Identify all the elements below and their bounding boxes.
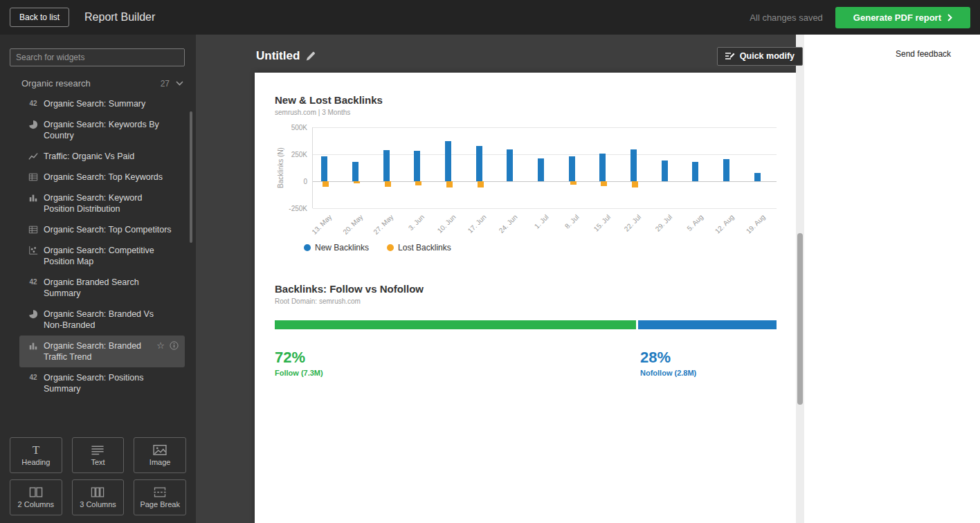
new-backlinks-bar bbox=[692, 162, 698, 181]
x-tick-label: 5. Aug bbox=[685, 213, 705, 232]
report-title: Untitled bbox=[256, 49, 300, 63]
widget-search bbox=[0, 35, 196, 73]
back-to-list-button[interactable]: Back to list bbox=[10, 8, 69, 27]
bar-chart: Backlinks (N) 500K250K0-250K 13. May20. … bbox=[275, 127, 777, 241]
table-icon bbox=[28, 225, 39, 235]
new-backlinks-bar bbox=[445, 141, 451, 181]
sidebar-item-label: Traffic: Organic Vs Paid bbox=[44, 151, 134, 162]
widget-button-2-columns[interactable]: 2 Columns bbox=[10, 479, 62, 515]
new-backlinks-bar bbox=[352, 162, 359, 181]
generate-pdf-label: Generate PDF report bbox=[853, 12, 941, 23]
x-tick-label: 24. Jun bbox=[498, 213, 519, 235]
chart-subtitle: Root Domain: semrush.com bbox=[275, 297, 777, 305]
report-canvas-area: Untitled Quick modify New & Lost Backlin… bbox=[196, 35, 804, 523]
gridline bbox=[313, 127, 777, 128]
sidebar-scrollbar-thumb[interactable] bbox=[190, 111, 192, 243]
y-tick-label: 500K bbox=[291, 124, 307, 131]
sidebar-item[interactable]: 42Organic Search: Summary bbox=[0, 93, 196, 114]
widget-new-lost-backlinks[interactable]: New & Lost Backlinks semrush.com | 3 Mon… bbox=[275, 94, 777, 253]
sidebar-item[interactable]: Organic Search: Top Competitors bbox=[0, 219, 196, 240]
new-backlinks-bar bbox=[599, 154, 606, 181]
scatter-plot-icon bbox=[28, 246, 39, 255]
x-tick-label: 13. May bbox=[310, 213, 333, 236]
new-backlinks-bar bbox=[321, 156, 327, 181]
legend-dot-icon bbox=[387, 244, 394, 251]
send-feedback-link[interactable]: Send feedback bbox=[896, 49, 951, 59]
chevron-down-icon bbox=[176, 81, 183, 86]
sidebar-item-label: Organic Search: Top Keywords bbox=[44, 172, 163, 183]
x-tick-label: 15. Jul bbox=[592, 213, 612, 233]
widget-button-heading[interactable]: THeading bbox=[10, 437, 62, 473]
sidebar-item-label: Organic Search: Branded Traffic Trend bbox=[44, 340, 154, 363]
sidebar-item-label: Organic Search: Summary bbox=[44, 98, 145, 109]
sidebar-item[interactable]: Traffic: Organic Vs Paid bbox=[0, 146, 196, 167]
canvas-scrollbar-thumb[interactable] bbox=[797, 233, 803, 405]
lost-backlinks-bar bbox=[446, 181, 453, 187]
page-break-icon bbox=[153, 487, 167, 497]
new-backlinks-bar bbox=[383, 150, 390, 181]
chart-subtitle: semrush.com | 3 Months bbox=[275, 109, 777, 116]
info-icon[interactable] bbox=[170, 341, 179, 350]
new-backlinks-bar bbox=[723, 159, 729, 181]
widget-button-page-break[interactable]: Page Break bbox=[134, 479, 186, 515]
lost-backlinks-bar bbox=[632, 181, 638, 187]
quick-modify-button[interactable]: Quick modify bbox=[717, 47, 803, 66]
table-icon bbox=[28, 172, 39, 182]
lost-backlinks-bar bbox=[354, 181, 360, 183]
legend-item: New Backlinks bbox=[304, 243, 369, 253]
x-tick-label: 1. Jul bbox=[533, 213, 550, 230]
widget-list: 42Organic Search: SummaryOrganic Search:… bbox=[0, 93, 196, 429]
widget-button-3-columns[interactable]: 3 Columns bbox=[72, 479, 125, 515]
widget-button-image[interactable]: Image bbox=[134, 437, 186, 473]
x-tick-label: 19. Aug bbox=[745, 213, 767, 235]
lost-backlinks-bar bbox=[570, 181, 577, 185]
nofollow-stat: 28% Nofollow (2.8M) bbox=[640, 349, 696, 377]
x-tick-label: 22. Jul bbox=[623, 213, 643, 233]
section-label: Organic research bbox=[21, 78, 91, 89]
y-tick-label: 0 bbox=[303, 177, 307, 185]
new-backlinks-bar bbox=[414, 151, 420, 181]
quick-modify-label: Quick modify bbox=[740, 51, 795, 61]
sidebar-item-label: Organic Search: Keywords By Country bbox=[44, 119, 172, 141]
sidebar-item[interactable]: 42Organic Search: Positions Summary bbox=[0, 367, 196, 399]
new-backlinks-bar bbox=[662, 160, 668, 181]
x-axis-labels: 13. May20. May27. May3. Jun10. Jun17. Ju… bbox=[312, 208, 777, 241]
number-42-icon: 42 bbox=[28, 373, 39, 383]
chart-title: New & Lost Backlinks bbox=[275, 94, 777, 106]
stat-row: 72% Follow (7.3M) 28% Nofollow (2.8M) bbox=[275, 349, 777, 393]
x-tick-label: 8. Jul bbox=[563, 213, 581, 230]
sidebar-item-label: Organic Branded Search Summary bbox=[44, 277, 172, 299]
chevron-right-icon bbox=[947, 14, 952, 21]
sidebar-item[interactable]: Organic Search: Competitive Position Map bbox=[0, 240, 196, 272]
widget-follow-nofollow[interactable]: Backlinks: Follow vs Nofollow Root Domai… bbox=[275, 283, 777, 393]
new-backlinks-bar bbox=[538, 158, 544, 181]
sidebar-item[interactable]: Organic Search: Keyword Position Distrib… bbox=[0, 187, 196, 219]
x-tick-label: 27. May bbox=[372, 213, 395, 236]
new-backlinks-bar bbox=[754, 173, 761, 181]
generate-pdf-button[interactable]: Generate PDF report bbox=[835, 7, 970, 28]
sidebar-item[interactable]: Organic Search: Branded Vs Non-Branded bbox=[0, 304, 196, 336]
widget-search-input[interactable] bbox=[10, 48, 185, 66]
report-builder-app: Back to list Report Builder All changes … bbox=[0, 0, 980, 523]
sidebar-item[interactable]: 42Organic Branded Search Summary bbox=[0, 272, 196, 304]
sidebar-section-organic-research[interactable]: Organic research 27 bbox=[0, 73, 196, 93]
widget-button-label: 3 Columns bbox=[80, 500, 116, 508]
sidebar-item[interactable]: Organic Search: Branded Traffic Trend☆ bbox=[19, 336, 185, 367]
star-icon[interactable]: ☆ bbox=[156, 341, 165, 350]
pie-chart-icon bbox=[28, 120, 39, 129]
right-panel: Send feedback bbox=[804, 35, 980, 523]
sidebar-item[interactable]: Organic Search: Keywords By Country bbox=[0, 114, 196, 146]
pie-chart-icon bbox=[28, 309, 39, 319]
number-42-icon: 42 bbox=[28, 277, 39, 287]
y-axis-ticks: 500K250K0-250K bbox=[286, 127, 312, 208]
bar-chart-icon bbox=[28, 341, 39, 351]
x-tick-label: 10. Jun bbox=[435, 213, 457, 235]
widget-button-text[interactable]: Text bbox=[72, 437, 125, 473]
widget-button-label: 2 Columns bbox=[18, 500, 55, 508]
sidebar-item[interactable]: Organic Search: Top Keywords bbox=[0, 167, 196, 187]
edit-title-pencil-icon[interactable] bbox=[306, 51, 316, 61]
nofollow-percent: 28% bbox=[640, 349, 696, 367]
canvas-scrollbar-track[interactable] bbox=[796, 35, 804, 523]
widget-button-label: Text bbox=[91, 458, 105, 466]
text-icon bbox=[91, 445, 105, 455]
